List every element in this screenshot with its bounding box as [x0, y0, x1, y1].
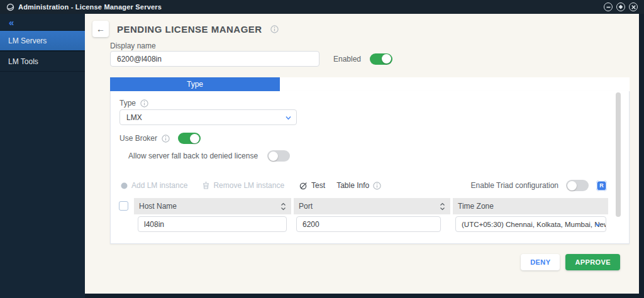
- use-broker-label: Use Broker: [119, 134, 157, 143]
- column-header-label: Host Name: [139, 202, 177, 211]
- test-icon: [299, 182, 308, 190]
- page-title: PENDING LICENSE MANAGER: [117, 24, 262, 35]
- host-name-input[interactable]: [138, 216, 287, 232]
- row-checkbox[interactable]: [119, 201, 128, 211]
- test-button[interactable]: Test: [299, 181, 325, 190]
- type-select-value: LMX: [126, 113, 142, 122]
- enabled-toggle[interactable]: [370, 53, 392, 65]
- window-title: Administration - License Manager Servers: [18, 3, 162, 11]
- column-header-host-name[interactable]: Host Name: [134, 198, 291, 214]
- type-info-icon[interactable]: [140, 99, 148, 108]
- chevron-down-icon: [594, 221, 601, 228]
- time-zone-select[interactable]: (UTC+05:30) Chennai, Kolkata, Mumbai, Ne…: [455, 216, 606, 232]
- sidebar-item-label: LM Tools: [8, 57, 38, 66]
- back-button[interactable]: ←: [92, 21, 109, 37]
- time-zone-value: (UTC+05:30) Chennai, Kolkata, Mumbai, Ne…: [462, 221, 606, 228]
- tab-type[interactable]: Type: [110, 77, 280, 91]
- table-info-icon: [373, 182, 381, 190]
- approve-button[interactable]: APPROVE: [565, 254, 620, 270]
- sidebar: « LM Servers LM Tools: [0, 14, 85, 298]
- column-header-label: Time Zone: [458, 202, 494, 211]
- sidebar-collapse-icon[interactable]: «: [0, 14, 85, 30]
- tab-bar: Type: [110, 77, 630, 91]
- add-lm-instance-button[interactable]: Add LM instance: [121, 181, 187, 190]
- enabled-label: Enabled: [333, 55, 361, 63]
- toolbar-right: Enable Triad configuration R: [471, 180, 607, 191]
- display-name-input[interactable]: [110, 51, 319, 67]
- restore-icon[interactable]: [616, 3, 625, 11]
- instance-toolbar: Add LM instance Remove LM instance Test: [121, 180, 607, 191]
- use-broker-toggle[interactable]: [178, 133, 201, 144]
- minimize-icon[interactable]: [604, 3, 613, 11]
- enabled-field: Enabled: [333, 51, 392, 67]
- sidebar-item-label: LM Servers: [8, 36, 47, 45]
- trash-icon: [203, 182, 209, 189]
- sidebar-item-lm-servers[interactable]: LM Servers: [0, 30, 85, 51]
- remove-lm-instance-button[interactable]: Remove LM instance: [203, 181, 284, 190]
- close-icon[interactable]: [629, 3, 638, 11]
- use-broker-field: Use Broker: [119, 133, 201, 144]
- triad-toggle[interactable]: [566, 180, 589, 191]
- type-label: Type: [119, 99, 136, 108]
- remove-lm-instance-label: Remove LM instance: [213, 181, 284, 190]
- fallback-field: Allow server fall back to denied license: [128, 150, 290, 162]
- column-header-label: Port: [299, 202, 313, 211]
- page-title-info-icon[interactable]: [270, 25, 279, 33]
- toggle-knob: [190, 134, 199, 143]
- type-panel: Type LMX Use Broker: [110, 91, 630, 244]
- app-logo-icon: [6, 3, 14, 11]
- triad-label: Enable Triad configuration: [471, 181, 558, 190]
- footer-actions: DENY APPROVE: [521, 254, 620, 270]
- toggle-knob: [269, 152, 278, 161]
- sort-icon[interactable]: [280, 202, 286, 211]
- use-broker-info-icon[interactable]: [162, 135, 170, 143]
- fallback-toggle[interactable]: [267, 150, 290, 162]
- deny-button[interactable]: DENY: [521, 254, 560, 270]
- display-name-label: Display name: [110, 41, 156, 50]
- page-header: ← PENDING LICENSE MANAGER: [92, 21, 279, 37]
- sidebar-item-lm-tools[interactable]: LM Tools: [0, 51, 85, 72]
- app-window: Administration - License Manager Servers…: [0, 0, 644, 298]
- fallback-label: Allow server fall back to denied license: [128, 152, 258, 160]
- toggle-knob: [567, 181, 577, 190]
- type-field-label-row: Type: [119, 99, 148, 108]
- table-info-label: Table Info: [336, 181, 369, 190]
- add-lm-instance-label: Add LM instance: [131, 181, 187, 190]
- main-content: ← PENDING LICENSE MANAGER Display name E…: [85, 14, 639, 294]
- port-input[interactable]: [296, 216, 441, 232]
- window-controls: [604, 3, 638, 11]
- table-info-button[interactable]: Table Info: [336, 181, 381, 190]
- toggle-knob: [382, 54, 391, 63]
- panel-scrollbar-thumb[interactable]: [616, 92, 621, 217]
- redundant-badge[interactable]: R: [596, 180, 607, 191]
- titlebar: Administration - License Manager Servers: [0, 0, 644, 14]
- test-label: Test: [311, 181, 325, 190]
- column-header-time-zone[interactable]: Time Zone: [453, 198, 608, 214]
- type-select[interactable]: LMX: [119, 109, 297, 125]
- column-header-port[interactable]: Port: [294, 198, 450, 214]
- add-icon: [121, 182, 128, 189]
- chevron-down-icon: [285, 114, 292, 121]
- sort-icon[interactable]: [440, 202, 445, 211]
